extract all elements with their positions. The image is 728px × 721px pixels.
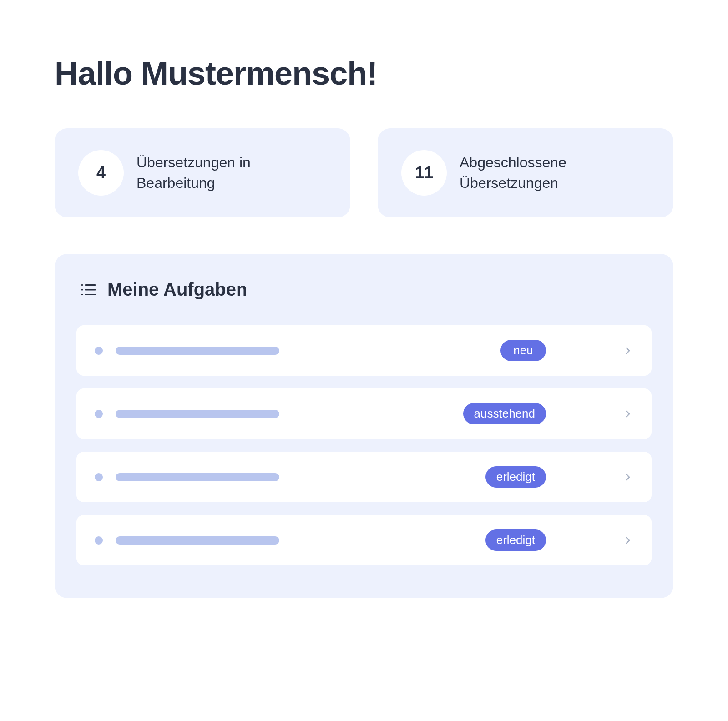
status-badge: erledigt: [485, 529, 546, 551]
stat-number: 4: [96, 163, 106, 182]
chevron-right-icon: [622, 345, 633, 356]
status-badge: neu: [500, 340, 546, 361]
task-row[interactable]: neu: [76, 325, 652, 376]
stat-circle: 11: [401, 150, 447, 196]
status-badge: erledigt: [485, 466, 546, 488]
svg-point-1: [81, 289, 83, 291]
stat-label: Abgeschlossene Übersetzungen: [460, 152, 650, 193]
stat-circle: 4: [78, 150, 124, 196]
tasks-header: Meine Aufgaben: [76, 279, 652, 300]
chevron-right-icon: [622, 472, 633, 483]
page-title: Hallo Mustermensch!: [55, 55, 673, 92]
stat-number: 11: [415, 163, 433, 182]
task-status-dot: [95, 347, 103, 355]
stat-card-in-progress[interactable]: 4 Übersetzungen in Bearbeitung: [55, 128, 350, 217]
task-title-placeholder: [116, 536, 279, 545]
tasks-title: Meine Aufgaben: [107, 279, 247, 300]
task-status-dot: [95, 410, 103, 418]
stats-row: 4 Übersetzungen in Bearbeitung 11 Abgesc…: [55, 128, 673, 217]
task-row[interactable]: erledigt: [76, 452, 652, 502]
chevron-right-icon: [622, 535, 633, 546]
task-title-placeholder: [116, 347, 279, 355]
stat-card-completed[interactable]: 11 Abgeschlossene Übersetzungen: [378, 128, 673, 217]
task-row[interactable]: erledigt: [76, 515, 652, 565]
status-badge: ausstehend: [463, 403, 546, 424]
chevron-right-icon: [622, 408, 633, 419]
task-title-placeholder: [116, 410, 279, 418]
tasks-panel: Meine Aufgaben neu ausstehend: [55, 254, 673, 598]
svg-point-2: [81, 293, 83, 295]
task-status-dot: [95, 473, 103, 481]
list-icon: [80, 282, 96, 298]
stat-label: Übersetzungen in Bearbeitung: [136, 152, 327, 193]
task-row[interactable]: ausstehend: [76, 388, 652, 439]
task-status-dot: [95, 536, 103, 545]
svg-point-0: [81, 284, 83, 286]
task-title-placeholder: [116, 473, 279, 481]
task-list: neu ausstehend erledigt: [76, 325, 652, 565]
